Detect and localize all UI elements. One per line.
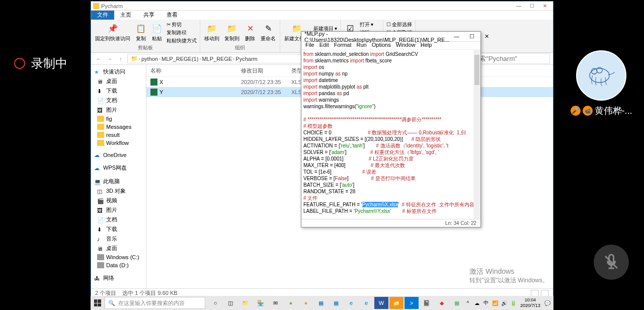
sidebar-network[interactable]: 🖧网络: [91, 273, 146, 283]
up-button[interactable]: ↑: [116, 54, 125, 63]
sidebar-item-pictures[interactable]: 🖼图片: [91, 105, 146, 115]
tab-home[interactable]: 主页: [114, 11, 137, 20]
sidebar-wps[interactable]: ☁WPS网盘: [91, 163, 146, 173]
code-area[interactable]: from sklearn.model_selection import Grid…: [301, 50, 480, 219]
sidebar-item-music[interactable]: ♪音乐: [91, 234, 146, 244]
tray-wifi-icon[interactable]: 📶: [491, 300, 499, 306]
close-button[interactable]: ✕: [480, 33, 494, 40]
taskbar-app[interactable]: 📁: [238, 297, 253, 309]
taskbar-app[interactable]: ◆: [435, 297, 449, 309]
participant-name: 黄伟桦-...: [595, 105, 632, 117]
sidebar-item-dl2[interactable]: ⬇下载: [91, 224, 146, 234]
scrollbar-thumb[interactable]: [474, 55, 479, 85]
avatar[interactable]: [576, 50, 626, 101]
taskbar-app[interactable]: 📓: [420, 297, 434, 309]
svg-point-3: [594, 73, 595, 74]
taskbar-app[interactable]: W: [374, 297, 388, 309]
maximize-button[interactable]: ☐: [526, 3, 538, 10]
sidebar-item-docs2[interactable]: 📄文档: [91, 215, 146, 224]
sidebar-quick-access[interactable]: ★快速访问: [91, 67, 146, 76]
taskbar-app[interactable]: ▦: [450, 297, 464, 309]
taskbar-app[interactable]: e: [344, 297, 358, 309]
picture-icon: 🖼: [97, 107, 104, 113]
sidebar-item-desktop2[interactable]: 🖥桌面: [91, 244, 146, 253]
taskbar-app[interactable]: e: [359, 297, 373, 309]
search-input[interactable]: [469, 53, 550, 64]
menu-window[interactable]: Window: [394, 42, 418, 49]
taskbar-app[interactable]: 🏪: [254, 297, 268, 309]
col-name[interactable]: 名称: [150, 67, 241, 74]
tray-ime-icon[interactable]: 中: [482, 299, 490, 306]
tab-file[interactable]: 文件: [91, 11, 114, 20]
scrollbar[interactable]: [473, 50, 480, 219]
tray-up-icon[interactable]: ^: [464, 300, 472, 306]
menu-run[interactable]: Run: [355, 42, 369, 49]
pin-button[interactable]: 📌固定到快速访问: [94, 22, 131, 43]
taskbar-app[interactable]: ●: [299, 297, 313, 309]
sidebar-item-pictures2[interactable]: 🖼图片: [91, 205, 146, 215]
sidebar-thispc[interactable]: 💻此电脑: [91, 177, 146, 186]
sidebar-item-3d[interactable]: ◫3D 对象: [91, 186, 146, 196]
sidebar-item-workflow[interactable]: Workflow: [91, 139, 146, 147]
tray-cloud-icon[interactable]: ☁: [473, 300, 481, 306]
minimize-button[interactable]: —: [450, 33, 464, 40]
tab-share[interactable]: 共享: [137, 11, 160, 20]
taskbar-app[interactable]: >: [405, 297, 419, 309]
paste-shortcut-button[interactable]: 粘贴快捷方式: [167, 37, 197, 44]
sidebar-item-videos[interactable]: 🎬视频: [91, 196, 146, 205]
menu-format[interactable]: Format: [332, 42, 354, 49]
copy-button[interactable]: 📋复制: [134, 22, 147, 43]
sidebar-item-downloads[interactable]: ⬇下载: [91, 86, 146, 96]
taskbar-app[interactable]: ▦: [329, 297, 343, 309]
sidebar-item-c-drive[interactable]: Windows (C:): [91, 253, 146, 261]
menu-edit[interactable]: Edit: [317, 42, 331, 49]
sidebar-onedrive[interactable]: ☁OneDrive: [91, 151, 146, 159]
col-date[interactable]: 修改日期: [241, 67, 291, 74]
tab-view[interactable]: 查看: [160, 11, 184, 20]
copypath-button[interactable]: 复制路径: [167, 29, 197, 36]
editor-titlebar[interactable]: *MLP.py - C:\Users\18320\Desktop\python\…: [301, 32, 480, 42]
notification-button[interactable]: 💬: [543, 300, 551, 306]
menu-options[interactable]: Options: [370, 42, 393, 49]
folder-icon: [97, 116, 104, 122]
back-button[interactable]: ←: [94, 54, 103, 63]
cortana-button[interactable]: ○: [208, 297, 222, 309]
sidebar-item-desktop[interactable]: 🖥桌面: [91, 76, 146, 86]
menu-help[interactable]: Help: [419, 42, 434, 49]
mic-on-icon[interactable]: 🎤: [571, 106, 581, 116]
sidebar-item-d-drive[interactable]: Data (D:): [91, 261, 146, 269]
open-button[interactable]: 打开 ▾: [360, 21, 380, 28]
taskbar-app[interactable]: ●: [284, 297, 298, 309]
taskbar-app[interactable]: ▦: [314, 297, 328, 309]
taskview-button[interactable]: ◫: [223, 297, 237, 309]
camera-icon[interactable]: 📹: [583, 106, 593, 116]
mute-button[interactable]: [594, 245, 629, 280]
sidebar-item-result[interactable]: result: [91, 131, 146, 139]
clock[interactable]: 10:042020/7/13: [518, 297, 542, 308]
copyto-button[interactable]: 📁复制到: [223, 22, 240, 43]
excel-icon: [150, 79, 157, 86]
maximize-button[interactable]: ☐: [465, 33, 479, 40]
rename-button[interactable]: ✎重命名: [260, 22, 277, 43]
selectall-button[interactable]: ☐ 全部选择: [386, 21, 412, 28]
menu-file[interactable]: File: [303, 42, 316, 49]
sidebar-item-messages[interactable]: Messages: [91, 123, 146, 131]
titlebar[interactable]: Pycharm — ☐ ✕: [91, 2, 553, 11]
close-button[interactable]: ✕: [539, 3, 551, 10]
taskbar-app[interactable]: 📁: [389, 297, 404, 309]
delete-button[interactable]: ✕删除: [244, 22, 257, 43]
move-button[interactable]: 📁移动到: [203, 22, 220, 43]
network-icon: 🖧: [94, 275, 101, 281]
paste-button[interactable]: 📄粘贴: [150, 22, 164, 43]
tray-volume-icon[interactable]: 🔊: [500, 300, 508, 306]
minimize-button[interactable]: —: [513, 3, 525, 10]
editor-window: *MLP.py - C:\Users\18320\Desktop\python\…: [301, 31, 481, 227]
tray-battery-icon[interactable]: 🔋: [509, 300, 517, 306]
forward-button[interactable]: →: [105, 54, 114, 63]
sidebar-item-fig[interactable]: fig: [91, 115, 146, 123]
cut-button[interactable]: ✂ 剪切: [167, 21, 197, 28]
taskbar-search[interactable]: 🔍在这里输入你要搜索的内容: [105, 297, 205, 309]
taskbar-app[interactable]: ✉: [269, 297, 283, 309]
sidebar-item-documents[interactable]: 📄文档: [91, 96, 146, 105]
start-button[interactable]: [91, 296, 105, 310]
